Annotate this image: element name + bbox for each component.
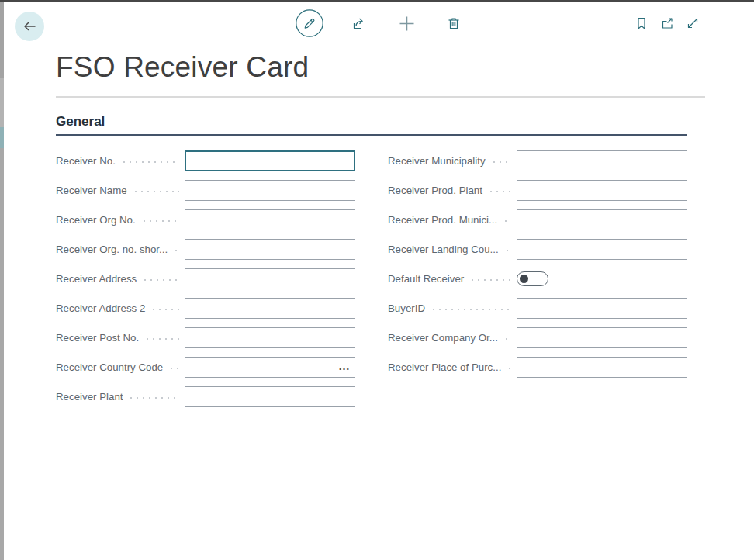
receiver-name-input[interactable] [185,180,355,201]
field-label: Receiver Place of Purc... [388,361,501,373]
toggle-control [517,271,687,286]
pencil-icon [295,9,324,38]
toggle-knob [520,275,528,283]
receiver-org-no-short-input[interactable] [185,239,355,260]
country-code-input-wrap: … [185,357,355,378]
receiver-address-input[interactable] [185,268,355,289]
field-receiver-company-org: Receiver Company Or... [388,323,687,352]
receiver-post-no-input[interactable] [185,327,355,348]
dotted-leader [128,396,179,399]
fso-receiver-card-page: FSO Receiver Card General Receiver No. R… [4,2,754,560]
expand-diagonal-icon [685,16,700,31]
fields-right-column: Receiver Municipality Receiver Prod. Pla… [388,146,687,411]
field-receiver-no: Receiver No. [56,146,355,175]
receiver-company-org-input[interactable] [517,327,687,348]
dotted-leader [150,308,179,311]
field-label: Receiver Landing Cou... [388,244,499,255]
receiver-no-input[interactable] [185,150,355,171]
dotted-leader [507,367,511,370]
field-receiver-address: Receiver Address [56,264,355,293]
bookmark-icon [634,16,649,31]
receiver-prod-municipality-input[interactable] [517,209,687,230]
field-receiver-plant: Receiver Plant [56,382,355,411]
receiver-plant-input[interactable] [185,386,355,407]
section-header-general[interactable]: General [56,114,754,130]
popout-icon [659,16,675,31]
trash-icon [446,16,462,31]
dotted-leader [144,337,179,340]
field-receiver-name: Receiver Name [56,175,355,205]
field-label: Receiver Prod. Munici... [388,214,497,226]
field-label: Default Receiver [388,273,464,285]
field-label: Receiver Plant [56,391,123,403]
receiver-country-code-input[interactable] [185,357,355,378]
receiver-prod-plant-input[interactable] [517,180,687,201]
field-label: Receiver Address 2 [56,302,145,314]
share-button[interactable] [344,2,373,45]
field-label: Receiver Prod. Plant [388,185,482,196]
receiver-place-of-purchase-input[interactable] [517,357,687,378]
field-label: Receiver Name [56,185,127,196]
field-receiver-place-of-purchase: Receiver Place of Purc... [388,352,687,382]
share-icon [351,16,367,32]
dotted-leader [133,190,179,193]
field-default-receiver: Default Receiver [388,264,687,293]
dotted-leader [491,161,511,164]
dotted-leader [503,220,511,223]
buyer-id-input[interactable] [517,298,687,319]
field-receiver-country-code: Receiver Country Code … [56,352,355,382]
country-code-lookup-button[interactable]: … [338,360,351,372]
field-label: Receiver Org No. [56,214,136,226]
field-buyer-id: BuyerID [388,293,687,323]
field-receiver-org-no: Receiver Org No. [56,205,355,234]
field-label: Receiver Company Or... [388,332,498,344]
dotted-leader [141,220,179,223]
field-label: Receiver No. [56,155,116,167]
field-label: BuyerID [388,302,425,314]
title-divider [56,96,705,98]
section-underline [56,134,687,136]
field-receiver-municipality: Receiver Municipality [388,146,687,175]
field-label: Receiver Address [56,273,137,285]
field-label: Receiver Org. no. shor... [56,244,168,255]
dotted-leader [168,367,179,370]
plus-icon [398,15,416,33]
default-receiver-toggle[interactable] [517,271,548,286]
edit-button[interactable] [295,2,324,45]
dotted-leader [173,249,179,252]
back-button[interactable] [15,12,44,41]
dotted-leader [504,249,511,252]
new-button[interactable] [392,2,421,45]
fields-left-column: Receiver No. Receiver Name Receiver Org … [56,146,355,411]
field-receiver-org-no-short: Receiver Org. no. shor... [56,234,355,264]
receiver-landing-country-input[interactable] [517,239,687,260]
dotted-leader [121,161,179,164]
dotted-leader [503,337,511,340]
field-receiver-post-no: Receiver Post No. [56,323,355,352]
receiver-address-2-input[interactable] [185,298,355,319]
page-toolbar [4,2,754,45]
field-receiver-prod-municipality: Receiver Prod. Munici... [388,205,687,234]
field-label: Receiver Municipality [388,155,486,167]
dotted-leader [469,278,511,282]
arrow-left-icon [21,18,38,35]
general-fields: Receiver No. Receiver Name Receiver Org … [56,146,754,411]
receiver-org-no-input[interactable] [185,209,355,230]
receiver-municipality-input[interactable] [517,150,687,171]
expand-button[interactable] [678,2,707,45]
field-label: Receiver Post No. [56,332,139,344]
page-title: FSO Receiver Card [56,51,754,84]
delete-button[interactable] [439,2,469,45]
dotted-leader [142,278,179,282]
field-receiver-prod-plant: Receiver Prod. Plant [388,175,687,205]
dotted-leader [488,190,511,193]
field-receiver-landing-country: Receiver Landing Cou... [388,234,687,264]
field-receiver-address-2: Receiver Address 2 [56,293,355,323]
dotted-leader [431,308,511,311]
field-label: Receiver Country Code [56,361,163,373]
